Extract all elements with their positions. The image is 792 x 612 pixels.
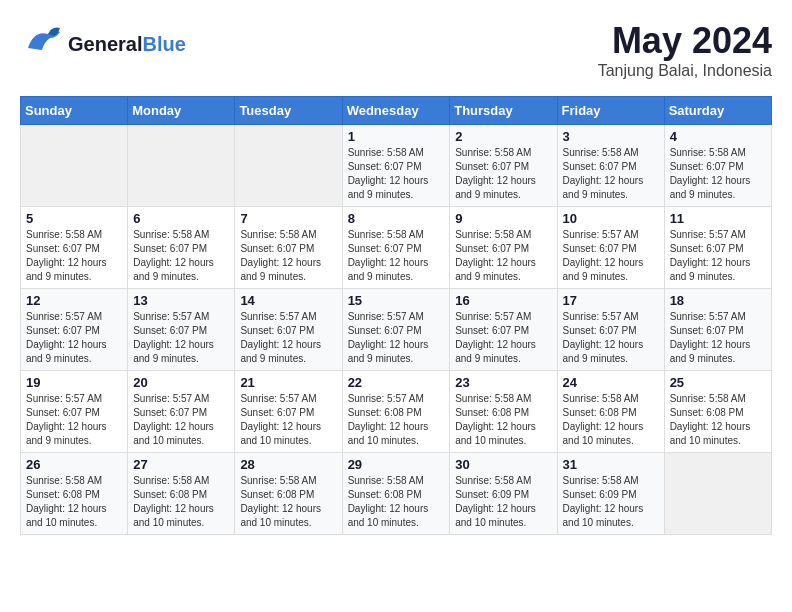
day-info: Sunrise: 5:58 AM Sunset: 6:08 PM Dayligh… — [563, 392, 659, 448]
calendar-cell: 13Sunrise: 5:57 AM Sunset: 6:07 PM Dayli… — [128, 289, 235, 371]
title-section: May 2024 Tanjung Balai, Indonesia — [598, 20, 772, 80]
day-info: Sunrise: 5:58 AM Sunset: 6:07 PM Dayligh… — [670, 146, 766, 202]
day-number: 4 — [670, 129, 766, 144]
calendar-week-1: 1Sunrise: 5:58 AM Sunset: 6:07 PM Daylig… — [21, 125, 772, 207]
page-header: GeneralBlue May 2024 Tanjung Balai, Indo… — [20, 20, 772, 80]
weekday-header-wednesday: Wednesday — [342, 97, 450, 125]
calendar-cell: 2Sunrise: 5:58 AM Sunset: 6:07 PM Daylig… — [450, 125, 557, 207]
day-info: Sunrise: 5:57 AM Sunset: 6:07 PM Dayligh… — [563, 310, 659, 366]
day-number: 13 — [133, 293, 229, 308]
calendar-cell: 14Sunrise: 5:57 AM Sunset: 6:07 PM Dayli… — [235, 289, 342, 371]
day-info: Sunrise: 5:58 AM Sunset: 6:07 PM Dayligh… — [26, 228, 122, 284]
calendar-cell: 16Sunrise: 5:57 AM Sunset: 6:07 PM Dayli… — [450, 289, 557, 371]
calendar-cell: 9Sunrise: 5:58 AM Sunset: 6:07 PM Daylig… — [450, 207, 557, 289]
logo-text: GeneralBlue — [68, 33, 186, 55]
calendar-week-2: 5Sunrise: 5:58 AM Sunset: 6:07 PM Daylig… — [21, 207, 772, 289]
day-info: Sunrise: 5:58 AM Sunset: 6:09 PM Dayligh… — [455, 474, 551, 530]
day-number: 12 — [26, 293, 122, 308]
calendar-cell: 12Sunrise: 5:57 AM Sunset: 6:07 PM Dayli… — [21, 289, 128, 371]
calendar-cell: 30Sunrise: 5:58 AM Sunset: 6:09 PM Dayli… — [450, 453, 557, 535]
calendar-cell: 24Sunrise: 5:58 AM Sunset: 6:08 PM Dayli… — [557, 371, 664, 453]
calendar-cell: 29Sunrise: 5:58 AM Sunset: 6:08 PM Dayli… — [342, 453, 450, 535]
calendar-cell — [21, 125, 128, 207]
day-number: 23 — [455, 375, 551, 390]
calendar-cell — [128, 125, 235, 207]
weekday-header-friday: Friday — [557, 97, 664, 125]
calendar-cell: 27Sunrise: 5:58 AM Sunset: 6:08 PM Dayli… — [128, 453, 235, 535]
day-number: 22 — [348, 375, 445, 390]
calendar-table: SundayMondayTuesdayWednesdayThursdayFrid… — [20, 96, 772, 535]
day-info: Sunrise: 5:58 AM Sunset: 6:09 PM Dayligh… — [563, 474, 659, 530]
day-number: 31 — [563, 457, 659, 472]
calendar-cell: 25Sunrise: 5:58 AM Sunset: 6:08 PM Dayli… — [664, 371, 771, 453]
calendar-cell: 22Sunrise: 5:57 AM Sunset: 6:08 PM Dayli… — [342, 371, 450, 453]
calendar-cell: 19Sunrise: 5:57 AM Sunset: 6:07 PM Dayli… — [21, 371, 128, 453]
calendar-cell — [664, 453, 771, 535]
calendar-cell: 1Sunrise: 5:58 AM Sunset: 6:07 PM Daylig… — [342, 125, 450, 207]
day-number: 27 — [133, 457, 229, 472]
day-info: Sunrise: 5:58 AM Sunset: 6:07 PM Dayligh… — [563, 146, 659, 202]
calendar-cell: 10Sunrise: 5:57 AM Sunset: 6:07 PM Dayli… — [557, 207, 664, 289]
calendar-week-4: 19Sunrise: 5:57 AM Sunset: 6:07 PM Dayli… — [21, 371, 772, 453]
day-info: Sunrise: 5:58 AM Sunset: 6:07 PM Dayligh… — [348, 146, 445, 202]
logo-icon — [20, 20, 64, 68]
weekday-header-thursday: Thursday — [450, 97, 557, 125]
day-number: 1 — [348, 129, 445, 144]
calendar-cell: 21Sunrise: 5:57 AM Sunset: 6:07 PM Dayli… — [235, 371, 342, 453]
weekday-header-monday: Monday — [128, 97, 235, 125]
day-number: 17 — [563, 293, 659, 308]
day-info: Sunrise: 5:58 AM Sunset: 6:07 PM Dayligh… — [133, 228, 229, 284]
day-number: 30 — [455, 457, 551, 472]
calendar-cell: 5Sunrise: 5:58 AM Sunset: 6:07 PM Daylig… — [21, 207, 128, 289]
day-number: 18 — [670, 293, 766, 308]
day-info: Sunrise: 5:57 AM Sunset: 6:07 PM Dayligh… — [455, 310, 551, 366]
day-number: 2 — [455, 129, 551, 144]
calendar-cell: 17Sunrise: 5:57 AM Sunset: 6:07 PM Dayli… — [557, 289, 664, 371]
day-number: 21 — [240, 375, 336, 390]
calendar-cell: 15Sunrise: 5:57 AM Sunset: 6:07 PM Dayli… — [342, 289, 450, 371]
page-title: May 2024 — [598, 20, 772, 62]
day-number: 3 — [563, 129, 659, 144]
day-number: 10 — [563, 211, 659, 226]
calendar-cell: 18Sunrise: 5:57 AM Sunset: 6:07 PM Dayli… — [664, 289, 771, 371]
day-info: Sunrise: 5:58 AM Sunset: 6:08 PM Dayligh… — [26, 474, 122, 530]
calendar-week-5: 26Sunrise: 5:58 AM Sunset: 6:08 PM Dayli… — [21, 453, 772, 535]
day-info: Sunrise: 5:58 AM Sunset: 6:07 PM Dayligh… — [240, 228, 336, 284]
day-info: Sunrise: 5:57 AM Sunset: 6:07 PM Dayligh… — [670, 228, 766, 284]
calendar-cell: 7Sunrise: 5:58 AM Sunset: 6:07 PM Daylig… — [235, 207, 342, 289]
calendar-cell: 8Sunrise: 5:58 AM Sunset: 6:07 PM Daylig… — [342, 207, 450, 289]
calendar-cell: 11Sunrise: 5:57 AM Sunset: 6:07 PM Dayli… — [664, 207, 771, 289]
day-info: Sunrise: 5:57 AM Sunset: 6:07 PM Dayligh… — [240, 392, 336, 448]
day-number: 11 — [670, 211, 766, 226]
day-info: Sunrise: 5:57 AM Sunset: 6:07 PM Dayligh… — [133, 392, 229, 448]
weekday-header-row: SundayMondayTuesdayWednesdayThursdayFrid… — [21, 97, 772, 125]
day-number: 8 — [348, 211, 445, 226]
day-number: 5 — [26, 211, 122, 226]
day-info: Sunrise: 5:58 AM Sunset: 6:08 PM Dayligh… — [348, 474, 445, 530]
day-number: 14 — [240, 293, 336, 308]
calendar-cell — [235, 125, 342, 207]
day-info: Sunrise: 5:57 AM Sunset: 6:07 PM Dayligh… — [563, 228, 659, 284]
calendar-cell: 28Sunrise: 5:58 AM Sunset: 6:08 PM Dayli… — [235, 453, 342, 535]
page-subtitle: Tanjung Balai, Indonesia — [598, 62, 772, 80]
day-number: 25 — [670, 375, 766, 390]
logo: GeneralBlue — [20, 20, 186, 68]
day-info: Sunrise: 5:57 AM Sunset: 6:07 PM Dayligh… — [670, 310, 766, 366]
day-info: Sunrise: 5:58 AM Sunset: 6:08 PM Dayligh… — [455, 392, 551, 448]
day-number: 6 — [133, 211, 229, 226]
day-number: 29 — [348, 457, 445, 472]
day-number: 15 — [348, 293, 445, 308]
day-info: Sunrise: 5:58 AM Sunset: 6:08 PM Dayligh… — [670, 392, 766, 448]
day-number: 26 — [26, 457, 122, 472]
calendar-cell: 26Sunrise: 5:58 AM Sunset: 6:08 PM Dayli… — [21, 453, 128, 535]
day-info: Sunrise: 5:58 AM Sunset: 6:08 PM Dayligh… — [133, 474, 229, 530]
day-info: Sunrise: 5:57 AM Sunset: 6:07 PM Dayligh… — [240, 310, 336, 366]
day-info: Sunrise: 5:57 AM Sunset: 6:07 PM Dayligh… — [26, 392, 122, 448]
weekday-header-tuesday: Tuesday — [235, 97, 342, 125]
day-info: Sunrise: 5:57 AM Sunset: 6:07 PM Dayligh… — [26, 310, 122, 366]
calendar-cell: 20Sunrise: 5:57 AM Sunset: 6:07 PM Dayli… — [128, 371, 235, 453]
calendar-header: SundayMondayTuesdayWednesdayThursdayFrid… — [21, 97, 772, 125]
day-info: Sunrise: 5:58 AM Sunset: 6:08 PM Dayligh… — [240, 474, 336, 530]
day-number: 24 — [563, 375, 659, 390]
day-info: Sunrise: 5:57 AM Sunset: 6:08 PM Dayligh… — [348, 392, 445, 448]
